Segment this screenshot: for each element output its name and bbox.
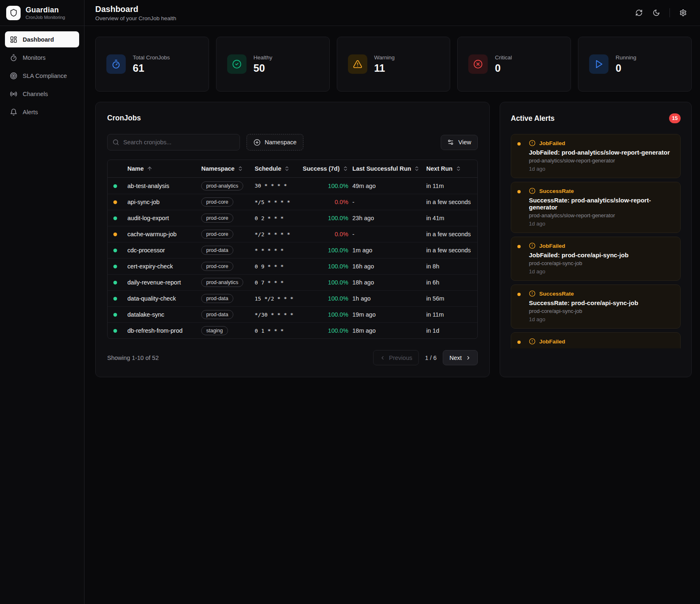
chevrons-up-down-icon [284, 166, 290, 172]
table-row[interactable]: cert-expiry-check prod-core 0 9 * * * 10… [108, 258, 477, 274]
table-row[interactable]: daily-revenue-report prod-analytics 0 7 … [108, 274, 477, 290]
last-successful-run: - [352, 231, 426, 237]
page-indicator: 1 / 6 [425, 355, 437, 361]
last-successful-run: 49m ago [352, 183, 426, 189]
stat-value: 11 [374, 62, 395, 74]
last-successful-run: 1m ago [352, 247, 426, 254]
alert-timestamp: 1d ago [529, 221, 674, 227]
next-run: in 11m [426, 311, 475, 318]
alert-card[interactable]: SuccessRate SuccessRate: prod-core/api-s… [511, 284, 681, 329]
alert-status-dot [517, 190, 521, 193]
alert-timestamp: 1d ago [529, 268, 674, 275]
table-row[interactable]: cdc-processor prod-data * * * * * 100.0%… [108, 242, 477, 258]
alert-card[interactable]: JobFailed JobFailed: prod-core/cache-war… [511, 332, 681, 348]
table-row[interactable]: db-refresh-from-prod staging 0 1 * * * 1… [108, 322, 477, 338]
alert-card[interactable]: JobFailed JobFailed: prod-analytics/slow… [511, 134, 681, 178]
column-header-name[interactable]: Name [127, 165, 201, 172]
bell-icon [10, 108, 17, 116]
alert-title: JobFailed: prod-core/cache-warmup-job [529, 347, 674, 348]
success-rate: 100.0% [302, 247, 352, 254]
alert-card[interactable]: JobFailed JobFailed: prod-core/api-sync-… [511, 237, 681, 281]
theme-toggle-button[interactable] [648, 5, 664, 21]
search-input[interactable] [123, 139, 235, 146]
search-box [107, 134, 240, 150]
previous-page-button[interactable]: Previous [373, 350, 419, 365]
alert-target: prod-analytics/slow-report-generator [529, 212, 674, 219]
cronjob-schedule: 0 7 * * * [255, 280, 303, 286]
cronjob-name: db-refresh-from-prod [127, 327, 201, 334]
alert-card[interactable]: SuccessRate SuccessRate: prod-analytics/… [511, 182, 681, 233]
success-rate: 100.0% [302, 215, 352, 221]
column-header-last-run[interactable]: Last Successful Run [352, 165, 426, 172]
table-row[interactable]: data-quality-check prod-data 15 */2 * * … [108, 290, 477, 306]
refresh-icon [635, 9, 643, 16]
alert-circle-icon [529, 188, 536, 194]
column-header-namespace[interactable]: Namespace [201, 165, 255, 172]
last-successful-run: 18m ago [352, 327, 426, 334]
settings-button[interactable] [675, 5, 691, 21]
stat-label: Running [615, 54, 636, 61]
view-button-label: View [458, 139, 471, 146]
sidebar-item-label: Dashboard [23, 36, 54, 43]
sidebar-item-monitors[interactable]: Monitors [5, 49, 79, 66]
chevrons-up-down-icon [414, 166, 420, 172]
refresh-button[interactable] [631, 5, 647, 21]
sidebar-item-sla-compliance[interactable]: SLA Compliance [5, 68, 79, 84]
view-button[interactable]: View [441, 135, 478, 150]
next-run: in 1d [426, 327, 475, 334]
table-row[interactable]: cache-warmup-job prod-core */2 * * * * 0… [108, 226, 477, 242]
alert-status-dot [517, 341, 521, 344]
sidebar-item-label: Alerts [23, 109, 38, 115]
alert-circle-icon [529, 290, 536, 297]
next-page-button[interactable]: Next [443, 350, 478, 365]
table-row[interactable]: ab-test-analysis prod-analytics 30 * * *… [108, 178, 477, 194]
cronjob-schedule: */5 * * * * [255, 199, 303, 205]
sidebar-item-alerts[interactable]: Alerts [5, 104, 79, 120]
status-dot [113, 329, 117, 333]
last-successful-run: 19m ago [352, 311, 426, 318]
gear-icon [679, 9, 687, 16]
status-dot [113, 297, 117, 301]
status-dot [113, 200, 117, 204]
app-subtitle: CronJob Monitoring [26, 15, 65, 20]
status-dot [113, 184, 117, 188]
check-circle-icon [227, 54, 247, 74]
alerts-title: Active Alerts [511, 114, 554, 123]
chevrons-up-down-icon [456, 166, 461, 172]
timer-icon [10, 54, 17, 61]
column-header-success[interactable]: Success (7d) [302, 165, 352, 172]
table-row[interactable]: datalake-sync prod-data */30 * * * * 100… [108, 306, 477, 322]
chevrons-up-down-icon [237, 166, 243, 172]
alert-status-dot [517, 142, 521, 146]
success-rate: 0.0% [302, 231, 352, 237]
cronjob-name: cert-expiry-check [127, 263, 201, 270]
alert-type: JobFailed [539, 243, 565, 249]
namespace-filter-button[interactable]: Namespace [247, 134, 303, 150]
stat-label: Healthy [254, 54, 272, 61]
status-dot [113, 216, 117, 220]
sidebar-item-channels[interactable]: Channels [5, 86, 79, 102]
stat-value: 50 [254, 62, 272, 74]
stat-card-warning: Warning 11 [337, 37, 451, 92]
stat-value: 0 [495, 62, 512, 74]
stat-card-critical: Critical 0 [457, 37, 571, 92]
table-body: ab-test-analysis prod-analytics 30 * * *… [108, 178, 477, 338]
alert-status-dot [517, 293, 521, 296]
namespace-badge: prod-data [201, 310, 233, 319]
cronjob-name: ab-test-analysis [127, 183, 201, 189]
column-header-schedule[interactable]: Schedule [255, 165, 303, 172]
column-header-next-run[interactable]: Next Run [426, 165, 475, 172]
cronjobs-title: CronJobs [107, 114, 478, 122]
sidebar-item-dashboard[interactable]: Dashboard [5, 31, 79, 47]
sidebar: Guardian CronJob Monitoring Dashboard Mo… [0, 0, 85, 604]
table-row[interactable]: audit-log-export prod-core 0 2 * * * 100… [108, 210, 477, 226]
table-row[interactable]: api-sync-job prod-core */5 * * * * 0.0% … [108, 194, 477, 210]
topbar-actions [631, 5, 691, 21]
stat-card-healthy: Healthy 50 [216, 37, 330, 92]
namespace-badge: prod-core [201, 214, 233, 223]
app-brand: Guardian CronJob Monitoring [0, 0, 84, 26]
namespace-badge: prod-core [201, 230, 233, 239]
stat-value: 61 [133, 62, 170, 74]
success-rate: 100.0% [302, 311, 352, 318]
next-run: in 41m [426, 215, 475, 221]
